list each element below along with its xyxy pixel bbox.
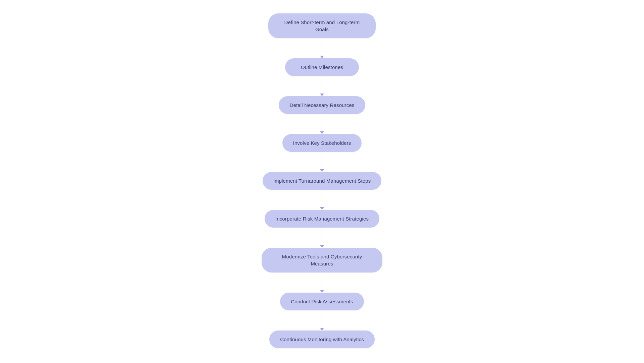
node-involve-stakeholders: Involve Key Stakeholders xyxy=(282,134,362,152)
flowchart: Define Short-term and Long-term Goals Ou… xyxy=(255,7,389,355)
node-modernize-tools: Modernize Tools and Cybersecurity Measur… xyxy=(262,248,382,273)
connector-8 xyxy=(320,310,324,330)
connector-5 xyxy=(320,190,324,210)
node-define-goals: Define Short-term and Long-term Goals xyxy=(268,13,376,38)
connector-7 xyxy=(320,273,324,293)
node-incorporate-risk: Incorporate Risk Management Strategies xyxy=(265,210,379,228)
node-continuous-monitoring: Continuous Monitoring with Analytics xyxy=(269,330,375,348)
connector-6 xyxy=(320,228,324,248)
node-outline-milestones: Outline Milestones xyxy=(285,58,359,76)
connector-2 xyxy=(320,76,324,96)
node-detail-resources: Detail Necessary Resources xyxy=(279,96,365,114)
node-implement-turnaround: Implement Turnaround Management Steps xyxy=(263,172,382,190)
connector-3 xyxy=(320,114,324,134)
connector-1 xyxy=(320,38,324,58)
node-conduct-risk: Conduct Risk Assessments xyxy=(280,293,364,310)
connector-4 xyxy=(320,152,324,172)
